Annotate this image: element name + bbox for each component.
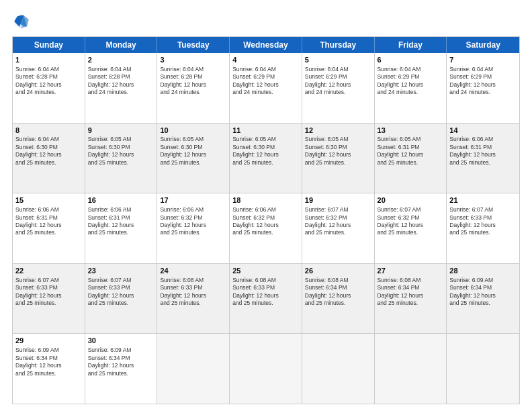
calendar-cell: 9Sunrise: 6:05 AMSunset: 6:30 PMDaylight… — [85, 124, 158, 193]
cell-info: Sunrise: 6:04 AMSunset: 6:28 PMDaylight:… — [15, 66, 82, 97]
calendar-cell: 20Sunrise: 6:07 AMSunset: 6:32 PMDayligh… — [375, 193, 447, 263]
cell-info: Sunrise: 6:06 AMSunset: 6:32 PMDaylight:… — [160, 206, 226, 237]
calendar-cell: 13Sunrise: 6:05 AMSunset: 6:31 PMDayligh… — [375, 124, 447, 193]
day-number: 30 — [88, 336, 154, 346]
calendar-cell: 28Sunrise: 6:09 AMSunset: 6:34 PMDayligh… — [447, 264, 519, 334]
cell-info: Sunrise: 6:04 AMSunset: 6:29 PMDaylight:… — [449, 66, 517, 97]
cell-info: Sunrise: 6:09 AMSunset: 6:34 PMDaylight:… — [15, 347, 82, 377]
logo-icon — [12, 12, 31, 31]
cell-info: Sunrise: 6:07 AMSunset: 6:33 PMDaylight:… — [88, 277, 154, 308]
day-number: 29 — [15, 336, 82, 346]
calendar-cell: 30Sunrise: 6:09 AMSunset: 6:34 PMDayligh… — [85, 334, 158, 404]
calendar-week-3: 15Sunrise: 6:06 AMSunset: 6:31 PMDayligh… — [13, 193, 519, 264]
cell-info: Sunrise: 6:07 AMSunset: 6:33 PMDaylight:… — [15, 277, 82, 308]
calendar-cell: 8Sunrise: 6:04 AMSunset: 6:30 PMDaylight… — [13, 124, 85, 193]
day-number: 20 — [378, 195, 444, 205]
calendar-cell: 29Sunrise: 6:09 AMSunset: 6:34 PMDayligh… — [13, 334, 85, 404]
calendar-cell — [157, 334, 230, 404]
calendar-cell: 17Sunrise: 6:06 AMSunset: 6:32 PMDayligh… — [157, 193, 230, 263]
day-number: 28 — [449, 266, 517, 276]
day-number: 12 — [305, 126, 371, 136]
calendar-body: 1Sunrise: 6:04 AMSunset: 6:28 PMDaylight… — [13, 53, 519, 404]
calendar-header: SundayMondayTuesdayWednesdayThursdayFrid… — [13, 37, 519, 53]
calendar-cell: 1Sunrise: 6:04 AMSunset: 6:28 PMDaylight… — [13, 53, 85, 123]
cell-info: Sunrise: 6:05 AMSunset: 6:31 PMDaylight:… — [378, 136, 444, 167]
calendar-cell: 23Sunrise: 6:07 AMSunset: 6:33 PMDayligh… — [85, 264, 158, 334]
calendar-cell — [375, 334, 447, 404]
cell-info: Sunrise: 6:09 AMSunset: 6:34 PMDaylight:… — [88, 347, 154, 377]
cell-info: Sunrise: 6:08 AMSunset: 6:34 PMDaylight:… — [305, 277, 371, 308]
day-number: 23 — [88, 266, 154, 276]
day-number: 5 — [305, 55, 371, 65]
calendar-cell: 12Sunrise: 6:05 AMSunset: 6:30 PMDayligh… — [302, 124, 375, 193]
cell-info: Sunrise: 6:09 AMSunset: 6:34 PMDaylight:… — [449, 277, 517, 308]
cell-info: Sunrise: 6:06 AMSunset: 6:31 PMDaylight:… — [449, 136, 517, 167]
cell-info: Sunrise: 6:07 AMSunset: 6:32 PMDaylight:… — [305, 206, 371, 237]
day-number: 2 — [88, 55, 154, 65]
calendar-cell — [447, 334, 519, 404]
calendar-cell — [230, 334, 302, 404]
header-day-tuesday: Tuesday — [157, 37, 230, 53]
cell-info: Sunrise: 6:04 AMSunset: 6:29 PMDaylight:… — [232, 66, 299, 97]
cell-info: Sunrise: 6:04 AMSunset: 6:29 PMDaylight:… — [305, 66, 371, 97]
calendar-cell: 18Sunrise: 6:06 AMSunset: 6:32 PMDayligh… — [230, 193, 302, 263]
day-number: 27 — [378, 266, 444, 276]
calendar-cell: 16Sunrise: 6:06 AMSunset: 6:31 PMDayligh… — [85, 193, 158, 263]
cell-info: Sunrise: 6:05 AMSunset: 6:30 PMDaylight:… — [305, 136, 371, 167]
day-number: 8 — [15, 126, 82, 136]
calendar-cell: 26Sunrise: 6:08 AMSunset: 6:34 PMDayligh… — [302, 264, 375, 334]
calendar-cell: 24Sunrise: 6:08 AMSunset: 6:33 PMDayligh… — [157, 264, 230, 334]
logo — [12, 12, 34, 31]
cell-info: Sunrise: 6:07 AMSunset: 6:33 PMDaylight:… — [449, 206, 517, 237]
calendar-cell: 2Sunrise: 6:04 AMSunset: 6:28 PMDaylight… — [85, 53, 158, 123]
day-number: 16 — [88, 195, 154, 205]
day-number: 4 — [232, 55, 299, 65]
calendar-cell: 21Sunrise: 6:07 AMSunset: 6:33 PMDayligh… — [447, 193, 519, 263]
day-number: 1 — [15, 55, 82, 65]
calendar-cell: 7Sunrise: 6:04 AMSunset: 6:29 PMDaylight… — [447, 53, 519, 123]
header — [12, 12, 520, 31]
day-number: 3 — [160, 55, 226, 65]
day-number: 24 — [160, 266, 226, 276]
calendar-cell: 19Sunrise: 6:07 AMSunset: 6:32 PMDayligh… — [302, 193, 375, 263]
header-day-saturday: Saturday — [447, 37, 519, 53]
header-day-monday: Monday — [85, 37, 158, 53]
calendar-cell: 3Sunrise: 6:04 AMSunset: 6:28 PMDaylight… — [157, 53, 230, 123]
cell-info: Sunrise: 6:04 AMSunset: 6:28 PMDaylight:… — [88, 66, 154, 97]
cell-info: Sunrise: 6:08 AMSunset: 6:33 PMDaylight:… — [232, 277, 299, 308]
calendar-cell: 14Sunrise: 6:06 AMSunset: 6:31 PMDayligh… — [447, 124, 519, 193]
cell-info: Sunrise: 6:07 AMSunset: 6:32 PMDaylight:… — [378, 206, 444, 237]
day-number: 6 — [378, 55, 444, 65]
calendar-week-5: 29Sunrise: 6:09 AMSunset: 6:34 PMDayligh… — [13, 334, 519, 404]
calendar: SundayMondayTuesdayWednesdayThursdayFrid… — [12, 36, 520, 404]
cell-info: Sunrise: 6:04 AMSunset: 6:28 PMDaylight:… — [160, 66, 226, 97]
cell-info: Sunrise: 6:04 AMSunset: 6:29 PMDaylight:… — [378, 66, 444, 97]
day-number: 15 — [15, 195, 82, 205]
day-number: 9 — [88, 126, 154, 136]
calendar-cell: 22Sunrise: 6:07 AMSunset: 6:33 PMDayligh… — [13, 264, 85, 334]
day-number: 22 — [15, 266, 82, 276]
cell-info: Sunrise: 6:05 AMSunset: 6:30 PMDaylight:… — [88, 136, 154, 167]
page: SundayMondayTuesdayWednesdayThursdayFrid… — [0, 0, 532, 411]
header-day-thursday: Thursday — [302, 37, 375, 53]
cell-info: Sunrise: 6:08 AMSunset: 6:33 PMDaylight:… — [160, 277, 226, 308]
day-number: 26 — [305, 266, 371, 276]
calendar-cell: 5Sunrise: 6:04 AMSunset: 6:29 PMDaylight… — [302, 53, 375, 123]
cell-info: Sunrise: 6:06 AMSunset: 6:31 PMDaylight:… — [15, 206, 82, 237]
header-day-wednesday: Wednesday — [230, 37, 302, 53]
day-number: 18 — [232, 195, 299, 205]
calendar-cell: 15Sunrise: 6:06 AMSunset: 6:31 PMDayligh… — [13, 193, 85, 263]
cell-info: Sunrise: 6:05 AMSunset: 6:30 PMDaylight:… — [232, 136, 299, 167]
calendar-week-1: 1Sunrise: 6:04 AMSunset: 6:28 PMDaylight… — [13, 53, 519, 124]
day-number: 10 — [160, 126, 226, 136]
cell-info: Sunrise: 6:08 AMSunset: 6:34 PMDaylight:… — [378, 277, 444, 308]
day-number: 19 — [305, 195, 371, 205]
cell-info: Sunrise: 6:06 AMSunset: 6:32 PMDaylight:… — [232, 206, 299, 237]
header-day-friday: Friday — [375, 37, 447, 53]
cell-info: Sunrise: 6:06 AMSunset: 6:31 PMDaylight:… — [88, 206, 154, 237]
day-number: 14 — [449, 126, 517, 136]
day-number: 7 — [449, 55, 517, 65]
calendar-cell — [302, 334, 375, 404]
header-day-sunday: Sunday — [13, 37, 85, 53]
cell-info: Sunrise: 6:04 AMSunset: 6:30 PMDaylight:… — [15, 136, 82, 167]
